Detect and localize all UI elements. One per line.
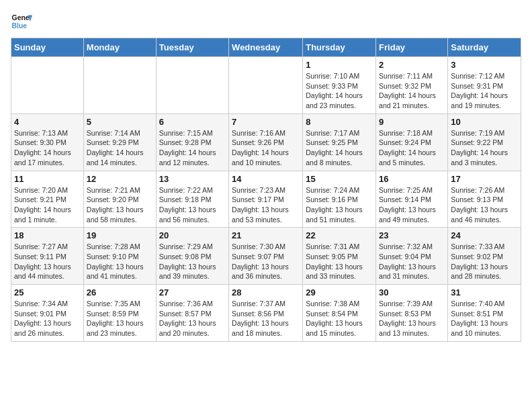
- day-cell: 14Sunrise: 7:23 AM Sunset: 9:17 PM Dayli…: [229, 171, 303, 228]
- day-cell: [83, 57, 156, 114]
- day-number: 20: [159, 230, 226, 240]
- day-info: Sunrise: 7:28 AM Sunset: 9:10 PM Dayligh…: [87, 242, 153, 281]
- weekday-header-saturday: Saturday: [448, 38, 521, 57]
- day-number: 21: [232, 230, 300, 240]
- day-cell: 6Sunrise: 7:15 AM Sunset: 9:28 PM Daylig…: [156, 113, 228, 171]
- day-cell: 27Sunrise: 7:36 AM Sunset: 8:57 PM Dayli…: [156, 285, 228, 342]
- day-cell: 28Sunrise: 7:37 AM Sunset: 8:56 PM Dayli…: [229, 285, 303, 342]
- day-cell: 30Sunrise: 7:39 AM Sunset: 8:53 PM Dayli…: [376, 285, 448, 342]
- day-info: Sunrise: 7:18 AM Sunset: 9:24 PM Dayligh…: [379, 128, 445, 168]
- day-number: 25: [14, 287, 81, 298]
- header: General Blue: [11, 11, 521, 32]
- day-info: Sunrise: 7:10 AM Sunset: 9:33 PM Dayligh…: [306, 71, 373, 111]
- day-cell: 4Sunrise: 7:13 AM Sunset: 9:30 PM Daylig…: [11, 113, 84, 171]
- week-row-1: 1Sunrise: 7:10 AM Sunset: 9:33 PM Daylig…: [11, 57, 521, 114]
- day-cell: 23Sunrise: 7:32 AM Sunset: 9:04 PM Dayli…: [376, 228, 448, 285]
- day-cell: 22Sunrise: 7:31 AM Sunset: 9:05 PM Dayli…: [303, 228, 376, 285]
- week-row-3: 11Sunrise: 7:20 AM Sunset: 9:21 PM Dayli…: [11, 171, 521, 228]
- day-cell: 10Sunrise: 7:19 AM Sunset: 9:22 PM Dayli…: [448, 113, 521, 171]
- day-cell: 25Sunrise: 7:34 AM Sunset: 9:01 PM Dayli…: [11, 285, 84, 342]
- day-cell: 1Sunrise: 7:10 AM Sunset: 9:33 PM Daylig…: [303, 57, 376, 114]
- day-info: Sunrise: 7:37 AM Sunset: 8:56 PM Dayligh…: [232, 299, 300, 338]
- day-cell: 9Sunrise: 7:18 AM Sunset: 9:24 PM Daylig…: [376, 113, 448, 171]
- day-number: 1: [306, 60, 373, 70]
- day-cell: [229, 57, 303, 114]
- day-info: Sunrise: 7:30 AM Sunset: 9:07 PM Dayligh…: [232, 242, 300, 281]
- day-info: Sunrise: 7:32 AM Sunset: 9:04 PM Dayligh…: [379, 242, 445, 281]
- day-info: Sunrise: 7:23 AM Sunset: 9:17 PM Dayligh…: [232, 185, 300, 225]
- day-info: Sunrise: 7:38 AM Sunset: 8:54 PM Dayligh…: [306, 299, 373, 338]
- day-cell: 21Sunrise: 7:30 AM Sunset: 9:07 PM Dayli…: [229, 228, 303, 285]
- weekday-header-sunday: Sunday: [11, 38, 84, 57]
- day-info: Sunrise: 7:31 AM Sunset: 9:05 PM Dayligh…: [306, 242, 373, 281]
- day-cell: 2Sunrise: 7:11 AM Sunset: 9:32 PM Daylig…: [376, 57, 448, 114]
- day-cell: 18Sunrise: 7:27 AM Sunset: 9:11 PM Dayli…: [11, 228, 84, 285]
- day-number: 10: [451, 117, 518, 127]
- day-info: Sunrise: 7:39 AM Sunset: 8:53 PM Dayligh…: [379, 299, 445, 338]
- day-cell: 16Sunrise: 7:25 AM Sunset: 9:14 PM Dayli…: [376, 171, 448, 228]
- calendar-table: SundayMondayTuesdayWednesdayThursdayFrid…: [11, 38, 521, 342]
- day-info: Sunrise: 7:27 AM Sunset: 9:11 PM Dayligh…: [14, 242, 81, 281]
- day-number: 11: [14, 174, 81, 184]
- day-info: Sunrise: 7:40 AM Sunset: 8:51 PM Dayligh…: [451, 299, 518, 338]
- day-info: Sunrise: 7:34 AM Sunset: 9:01 PM Dayligh…: [14, 299, 81, 338]
- day-number: 13: [159, 174, 226, 184]
- day-info: Sunrise: 7:16 AM Sunset: 9:26 PM Dayligh…: [232, 128, 300, 168]
- day-number: 18: [14, 230, 81, 240]
- day-info: Sunrise: 7:26 AM Sunset: 9:13 PM Dayligh…: [451, 185, 518, 225]
- day-cell: 20Sunrise: 7:29 AM Sunset: 9:08 PM Dayli…: [156, 228, 228, 285]
- day-cell: [11, 57, 84, 114]
- day-number: 27: [159, 287, 226, 298]
- day-number: 2: [379, 60, 445, 70]
- day-info: Sunrise: 7:11 AM Sunset: 9:32 PM Dayligh…: [379, 71, 445, 111]
- day-cell: 17Sunrise: 7:26 AM Sunset: 9:13 PM Dayli…: [448, 171, 521, 228]
- day-cell: 19Sunrise: 7:28 AM Sunset: 9:10 PM Dayli…: [83, 228, 156, 285]
- day-cell: 29Sunrise: 7:38 AM Sunset: 8:54 PM Dayli…: [303, 285, 376, 342]
- day-number: 3: [451, 60, 518, 70]
- weekday-header-friday: Friday: [376, 38, 448, 57]
- logo: General Blue: [11, 11, 32, 32]
- day-number: 6: [159, 117, 226, 127]
- day-cell: 8Sunrise: 7:17 AM Sunset: 9:25 PM Daylig…: [303, 113, 376, 171]
- day-info: Sunrise: 7:17 AM Sunset: 9:25 PM Dayligh…: [306, 128, 373, 168]
- day-cell: 15Sunrise: 7:24 AM Sunset: 9:16 PM Dayli…: [303, 171, 376, 228]
- day-number: 17: [451, 174, 518, 184]
- day-cell: 5Sunrise: 7:14 AM Sunset: 9:29 PM Daylig…: [83, 113, 156, 171]
- day-cell: 11Sunrise: 7:20 AM Sunset: 9:21 PM Dayli…: [11, 171, 84, 228]
- weekday-header-row: SundayMondayTuesdayWednesdayThursdayFrid…: [11, 38, 521, 57]
- day-number: 7: [232, 117, 300, 127]
- day-number: 23: [379, 230, 445, 240]
- day-info: Sunrise: 7:20 AM Sunset: 9:21 PM Dayligh…: [14, 185, 81, 225]
- day-info: Sunrise: 7:14 AM Sunset: 9:29 PM Dayligh…: [87, 128, 153, 168]
- day-number: 26: [87, 287, 153, 298]
- logo-icon: General Blue: [11, 11, 32, 32]
- day-info: Sunrise: 7:33 AM Sunset: 9:02 PM Dayligh…: [451, 242, 518, 281]
- day-cell: [156, 57, 228, 114]
- day-number: 4: [14, 117, 81, 127]
- svg-text:Blue: Blue: [12, 22, 28, 30]
- day-number: 24: [451, 230, 518, 240]
- week-row-5: 25Sunrise: 7:34 AM Sunset: 9:01 PM Dayli…: [11, 285, 521, 342]
- day-info: Sunrise: 7:36 AM Sunset: 8:57 PM Dayligh…: [159, 299, 226, 338]
- day-number: 29: [306, 287, 373, 298]
- weekday-header-tuesday: Tuesday: [156, 38, 228, 57]
- day-info: Sunrise: 7:12 AM Sunset: 9:31 PM Dayligh…: [451, 71, 518, 111]
- day-number: 15: [306, 174, 373, 184]
- day-cell: 13Sunrise: 7:22 AM Sunset: 9:18 PM Dayli…: [156, 171, 228, 228]
- day-cell: 12Sunrise: 7:21 AM Sunset: 9:20 PM Dayli…: [83, 171, 156, 228]
- day-number: 5: [87, 117, 153, 127]
- day-number: 9: [379, 117, 445, 127]
- day-number: 16: [379, 174, 445, 184]
- day-number: 14: [232, 174, 300, 184]
- day-cell: 24Sunrise: 7:33 AM Sunset: 9:02 PM Dayli…: [448, 228, 521, 285]
- day-number: 8: [306, 117, 373, 127]
- weekday-header-monday: Monday: [83, 38, 156, 57]
- day-info: Sunrise: 7:24 AM Sunset: 9:16 PM Dayligh…: [306, 185, 373, 225]
- week-row-2: 4Sunrise: 7:13 AM Sunset: 9:30 PM Daylig…: [11, 113, 521, 171]
- day-info: Sunrise: 7:19 AM Sunset: 9:22 PM Dayligh…: [451, 128, 518, 168]
- day-number: 22: [306, 230, 373, 240]
- day-info: Sunrise: 7:13 AM Sunset: 9:30 PM Dayligh…: [14, 128, 81, 168]
- day-info: Sunrise: 7:29 AM Sunset: 9:08 PM Dayligh…: [159, 242, 226, 281]
- day-info: Sunrise: 7:22 AM Sunset: 9:18 PM Dayligh…: [159, 185, 226, 225]
- day-number: 30: [379, 287, 445, 298]
